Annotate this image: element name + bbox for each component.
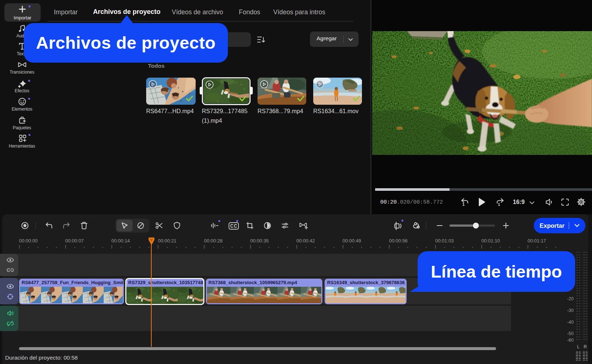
svg-text:1: 1 <box>462 202 465 207</box>
svg-text:1: 1 <box>498 202 500 207</box>
